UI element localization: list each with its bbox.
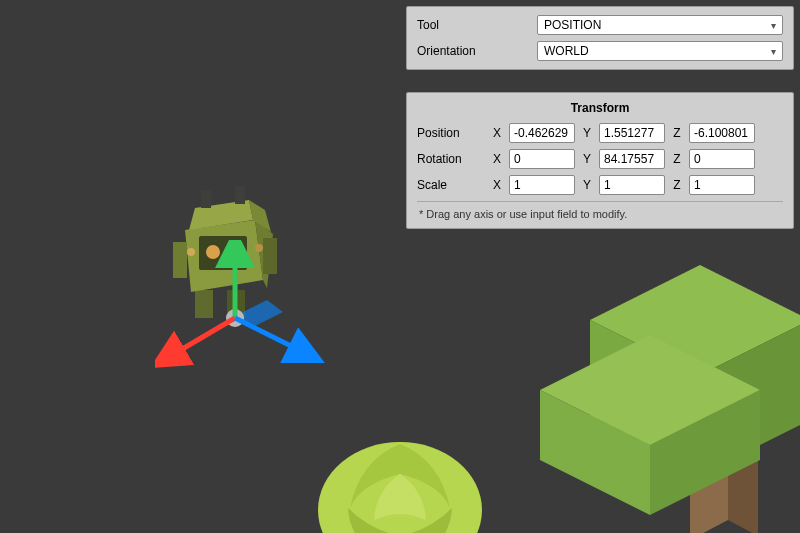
rotation-z-input[interactable] xyxy=(689,149,755,169)
scale-row: Scale X Y Z xyxy=(417,175,783,195)
axis-z-label: Z xyxy=(671,178,683,192)
tool-panel: Tool POSITION ▾ Orientation WORLD ▾ xyxy=(406,6,794,70)
divider xyxy=(417,201,783,202)
axis-z-label: Z xyxy=(671,152,683,166)
axis-z-label: Z xyxy=(671,126,683,140)
chevron-down-icon: ▾ xyxy=(771,20,776,31)
axis-y-label: Y xyxy=(581,152,593,166)
rotation-y-input[interactable] xyxy=(599,149,665,169)
chevron-down-icon: ▾ xyxy=(771,46,776,57)
svg-rect-21 xyxy=(235,186,245,204)
gizmo-axis-z[interactable] xyxy=(235,318,307,354)
svg-rect-20 xyxy=(201,190,211,208)
scene-bush xyxy=(300,430,500,533)
transform-panel: Transform Position X Y Z Rotation X Y Z … xyxy=(406,92,794,229)
scene-tree-large xyxy=(480,200,800,533)
rotation-x-input[interactable] xyxy=(509,149,575,169)
position-row: Position X Y Z xyxy=(417,123,783,143)
viewport-3d[interactable] xyxy=(0,0,800,533)
tool-select[interactable]: POSITION ▾ xyxy=(537,15,783,35)
transform-hint: * Drag any axis or use input field to mo… xyxy=(417,206,783,222)
tool-select-value: POSITION xyxy=(544,18,601,32)
scale-label: Scale xyxy=(417,178,485,192)
transform-title: Transform xyxy=(417,101,783,115)
rotation-row: Rotation X Y Z xyxy=(417,149,783,169)
scale-y-input[interactable] xyxy=(599,175,665,195)
scale-z-input[interactable] xyxy=(689,175,755,195)
orientation-select-value: WORLD xyxy=(544,44,589,58)
gizmo[interactable] xyxy=(155,240,355,410)
orientation-select[interactable]: WORLD ▾ xyxy=(537,41,783,61)
axis-x-label: X xyxy=(491,178,503,192)
orientation-label: Orientation xyxy=(417,44,537,58)
axis-y-label: Y xyxy=(581,126,593,140)
axis-x-label: X xyxy=(491,152,503,166)
position-z-input[interactable] xyxy=(689,123,755,143)
position-label: Position xyxy=(417,126,485,140)
rotation-label: Rotation xyxy=(417,152,485,166)
tool-label: Tool xyxy=(417,18,537,32)
scale-x-input[interactable] xyxy=(509,175,575,195)
gizmo-axis-x[interactable] xyxy=(167,318,235,358)
position-x-input[interactable] xyxy=(509,123,575,143)
position-y-input[interactable] xyxy=(599,123,665,143)
axis-y-label: Y xyxy=(581,178,593,192)
axis-x-label: X xyxy=(491,126,503,140)
